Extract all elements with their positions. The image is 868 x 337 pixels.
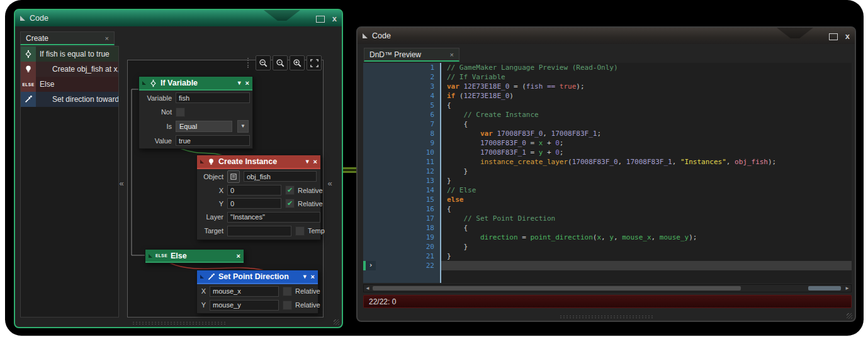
create-instance-icon — [207, 158, 215, 166]
y-relative-checkbox[interactable] — [283, 301, 292, 310]
is-dropdown[interactable]: Equal — [176, 121, 232, 132]
action-item-if[interactable]: If fish is equal to true — [21, 47, 118, 62]
code-line[interactable]: 11 instance_create_layer(17008F83F_0, 17… — [363, 157, 852, 167]
object-picker-button[interactable] — [227, 170, 240, 183]
tab-dnd-preview[interactable]: DnD™ Preview × — [364, 48, 459, 62]
variable-input[interactable] — [176, 92, 250, 103]
layer-input[interactable] — [227, 212, 320, 223]
code-text — [441, 261, 852, 270]
block-collapse-icon[interactable] — [200, 275, 204, 279]
x-relative-checkbox[interactable] — [283, 287, 292, 296]
scroll-right-arrow-icon[interactable]: ► — [843, 285, 851, 291]
dropdown-arrow-icon[interactable]: ▼ — [237, 120, 249, 133]
not-checkbox[interactable] — [176, 108, 185, 117]
x-input[interactable] — [227, 185, 281, 196]
block-create-instance-header[interactable]: Create Instance ▼ × — [197, 155, 320, 169]
block-collapse-icon[interactable] — [200, 160, 204, 163]
window-resize-grip[interactable] — [559, 315, 653, 318]
zoom-out-button[interactable] — [256, 55, 271, 70]
maximize-button[interactable] — [829, 33, 838, 40]
code-text: var 17008F83F_0, 17008F83F_1; — [441, 129, 852, 138]
block-collapse-icon[interactable] — [142, 81, 146, 85]
code-line[interactable]: 18 { — [363, 223, 852, 233]
scrollbar-thumb[interactable] — [373, 286, 741, 290]
temp-checkbox[interactable] — [295, 226, 305, 236]
code-lines: 1// GameMaker Language Preview (Read-Onl… — [363, 63, 852, 270]
code-line[interactable]: 6 // Create Instance — [363, 110, 852, 119]
block-close-icon[interactable]: × — [313, 158, 317, 165]
scrollbar-thumb-secondary[interactable] — [808, 286, 841, 290]
horizontal-scrollbar[interactable]: ◄ ► — [363, 284, 852, 292]
block-close-icon[interactable]: × — [237, 252, 240, 260]
x-input[interactable] — [210, 286, 279, 297]
block-menu-icon[interactable]: ▼ — [237, 80, 242, 86]
code-line[interactable]: 2// If Variable — [363, 72, 852, 82]
code-line[interactable]: 3var 12E73E18E_0 = (fish == true); — [363, 82, 852, 91]
code-line[interactable]: 17 // Set Point Direction — [363, 214, 852, 223]
field-label: X — [201, 287, 206, 295]
block-close-icon[interactable]: × — [311, 273, 315, 280]
code-line[interactable]: 7 { — [363, 119, 852, 129]
tab-close-icon[interactable]: × — [105, 35, 109, 42]
code-line[interactable]: 9 17008F83F_0 = x + 0; — [363, 138, 852, 148]
line-number: 22› — [363, 261, 440, 270]
zoom-in-button[interactable] — [290, 55, 305, 70]
field-label: X — [201, 187, 223, 194]
y-input[interactable] — [227, 198, 281, 209]
code-line[interactable]: 19 direction = point_direction(x, y, mou… — [363, 233, 852, 242]
block-close-icon[interactable]: × — [245, 79, 249, 87]
y-relative-checkbox[interactable]: ✔ — [285, 199, 295, 208]
code-line[interactable]: 15else — [363, 195, 852, 204]
block-menu-icon[interactable]: ▼ — [302, 273, 308, 280]
line-number: 16 — [363, 204, 440, 214]
window-resize-grip[interactable] — [132, 321, 226, 324]
code-line[interactable]: 21} — [363, 251, 852, 261]
window-corner-resize-grip[interactable] — [847, 313, 852, 319]
scroll-left-arrow-icon[interactable]: ◄ — [364, 285, 371, 291]
collapse-sidebar-chevron[interactable]: « — [116, 177, 127, 189]
x-relative-checkbox[interactable]: ✔ — [285, 185, 295, 195]
code-line[interactable]: 12 } — [363, 167, 852, 176]
code-text: // Else — [441, 185, 852, 195]
zoom-reset-button[interactable] — [273, 55, 288, 70]
code-line[interactable]: 8 var 17008F83F_0, 17008F83F_1; — [363, 129, 852, 138]
code-line[interactable]: 1// GameMaker Language Preview (Read-Onl… — [363, 63, 852, 72]
code-line[interactable]: 16{ — [363, 204, 852, 214]
else-icon: ELSE — [155, 253, 167, 258]
tab-create[interactable]: Create × — [20, 31, 115, 45]
window-title: Code — [372, 31, 391, 40]
action-item-create[interactable]: Create obj_fish at x,y — [21, 62, 118, 77]
block-collapse-icon[interactable] — [149, 254, 152, 258]
window-corner-resize-grip[interactable] — [334, 319, 339, 325]
code-line[interactable]: 5{ — [363, 101, 852, 110]
code-line[interactable]: 10 17008F83F_1 = y + 0; — [363, 148, 852, 157]
collapse-canvas-chevron[interactable]: « — [325, 177, 335, 189]
code-line[interactable]: 4if (12E73E18E_0) — [363, 91, 852, 101]
close-window-button[interactable]: x — [845, 32, 850, 40]
tab-close-icon[interactable]: × — [450, 51, 454, 58]
window-collapse-icon[interactable] — [363, 33, 368, 38]
action-item-direction[interactable]: Set direction toward — [21, 92, 118, 107]
value-input[interactable] — [176, 135, 250, 146]
close-window-button[interactable]: x — [332, 14, 337, 23]
block-set-point-direction-header[interactable]: Set Point Direction ▼ × — [197, 270, 318, 284]
scrollbar-track[interactable] — [371, 285, 843, 292]
block-menu-icon[interactable]: ▼ — [305, 158, 310, 165]
block-else-header[interactable]: ELSE Else × — [145, 250, 244, 263]
window-collapse-icon[interactable] — [20, 16, 25, 21]
line-number: 9 — [363, 138, 440, 148]
code-line[interactable]: 20 } — [363, 242, 852, 251]
target-input[interactable] — [227, 226, 291, 236]
code-editor[interactable]: 1// GameMaker Language Preview (Read-Onl… — [363, 63, 852, 283]
y-input[interactable] — [210, 300, 279, 311]
code-line[interactable]: 13} — [363, 176, 852, 185]
code-line[interactable]: 14// Else — [363, 185, 852, 195]
maximize-button[interactable] — [316, 16, 325, 23]
code-line[interactable]: 22› — [363, 261, 852, 270]
object-input[interactable] — [244, 171, 317, 182]
relative-label: Relative — [298, 187, 323, 194]
action-item-else[interactable]: ELSE Else — [21, 77, 118, 92]
toolbar-grip[interactable] — [247, 58, 252, 68]
fit-to-screen-button[interactable] — [307, 55, 322, 70]
block-if-variable-header[interactable]: If Variable ▼ × — [139, 77, 252, 91]
